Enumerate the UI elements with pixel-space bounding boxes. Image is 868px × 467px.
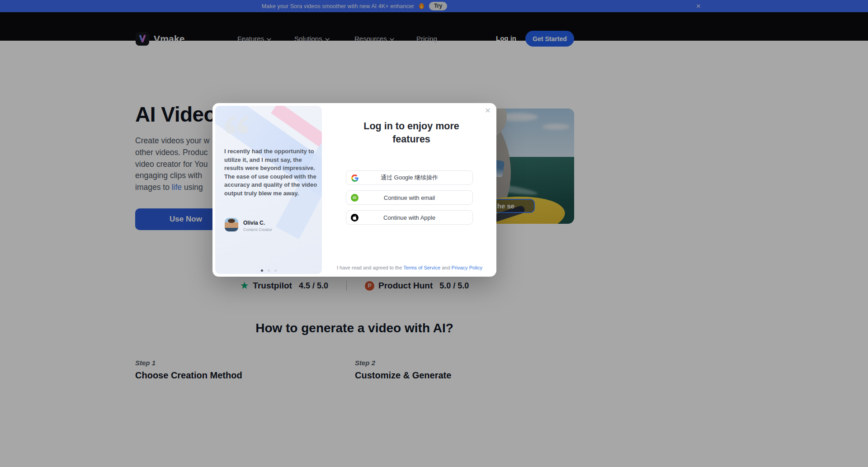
email-login-label: Continue with email — [384, 194, 435, 201]
carousel-dot[interactable] — [274, 269, 277, 272]
apple-login-button[interactable]: Continue with Apple — [346, 210, 473, 225]
email-icon: ✉ — [351, 194, 359, 202]
privacy-policy-link[interactable]: Privacy Policy — [452, 265, 482, 270]
testimonial-role: Content Creator — [243, 227, 272, 232]
terms-prefix: I have read and agreed to the — [337, 265, 402, 270]
carousel-dot[interactable] — [261, 269, 263, 272]
terms-of-service-link[interactable]: Terms of Service — [403, 265, 440, 270]
carousel-dots — [215, 269, 322, 272]
apple-login-label: Continue with Apple — [383, 214, 435, 221]
google-login-label: 通过 Google 继续操作 — [381, 174, 438, 182]
testimonial-author: Olivia C. — [243, 220, 265, 226]
testimonial-text: I recently had the opportunity to utiliz… — [224, 147, 317, 198]
quote-icon — [225, 116, 251, 134]
terms-line: I have read and agreed to the Terms of S… — [319, 265, 500, 270]
google-login-button[interactable]: 通过 Google 继续操作 — [346, 170, 473, 185]
avatar — [225, 218, 238, 231]
modal-title: Log in to enjoy more features — [335, 120, 488, 146]
modal-close-icon[interactable]: × — [485, 105, 491, 116]
carousel-dot[interactable] — [268, 269, 270, 272]
testimonial-panel: I recently had the opportunity to utiliz… — [215, 106, 322, 274]
login-modal: × I recently had the opportunity to util… — [212, 103, 496, 277]
email-login-button[interactable]: ✉ Continue with email — [346, 190, 473, 205]
apple-icon — [351, 214, 359, 222]
terms-and: and — [442, 265, 450, 270]
google-icon — [351, 174, 359, 182]
